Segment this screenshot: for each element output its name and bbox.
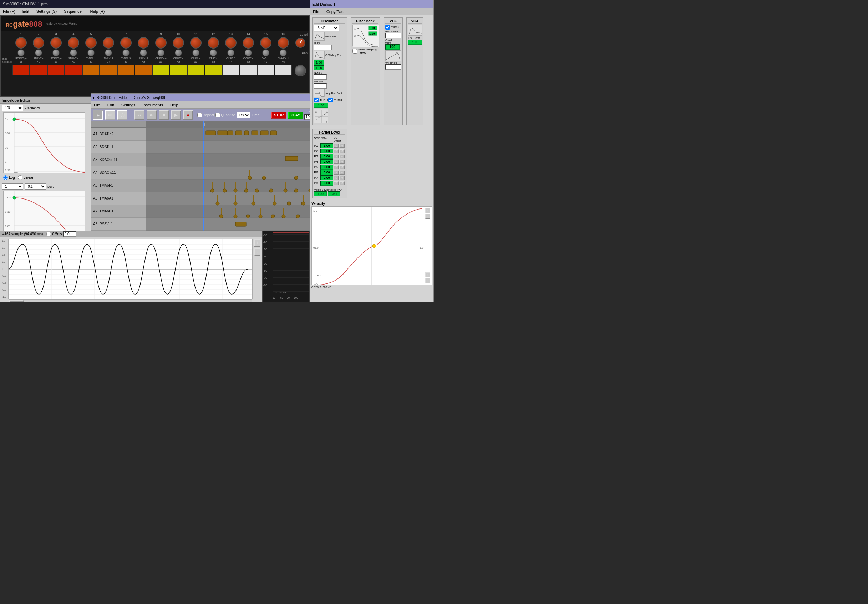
vel-scroll-up[interactable]: < — [425, 208, 430, 213]
pad-2[interactable] — [30, 65, 47, 75]
thru1-checkbox[interactable] — [314, 98, 319, 102]
partial-m-btn-7[interactable]: M — [339, 176, 345, 180]
knob-top-4[interactable] — [68, 37, 79, 48]
partial-s-btn-2[interactable]: S — [334, 149, 339, 153]
pad-7[interactable] — [117, 65, 135, 75]
partial-s-btn-8[interactable]: S — [334, 181, 339, 185]
detune-input[interactable]: 0 — [314, 83, 327, 89]
level-dropdown2[interactable]: 0.1 — [25, 183, 46, 189]
edit-menu-file[interactable]: File — [312, 9, 321, 14]
knob-top-12[interactable] — [208, 37, 219, 48]
partial-s-btn-3[interactable]: S — [334, 155, 339, 158]
master-knob[interactable] — [294, 65, 306, 76]
pad-4[interactable] — [65, 65, 82, 75]
drum-menu-edit[interactable]: Edit — [106, 103, 116, 107]
menu-help[interactable]: Help (H) — [88, 9, 106, 14]
time-radio[interactable] — [46, 232, 51, 236]
drum-menu-settings[interactable]: Settings — [120, 103, 137, 107]
thru1-label[interactable]: THRU — [314, 98, 327, 102]
partial-m-btn-6[interactable]: M — [339, 171, 345, 175]
knob-top-16[interactable] — [277, 37, 289, 48]
pad-5[interactable] — [82, 65, 99, 75]
freq-log-radio[interactable]: Log — [3, 175, 15, 180]
pad-16[interactable] — [275, 65, 292, 75]
time-radio-label[interactable]: 0.5ms — [46, 231, 76, 237]
freq-linear-radio[interactable]: Linear — [18, 175, 34, 180]
transport-play[interactable]: ▶ — [171, 110, 181, 120]
thru2-label[interactable]: THRU — [328, 98, 342, 102]
transport-end[interactable]: ⏭ — [147, 110, 157, 120]
drum-menu-instruments[interactable]: Instruments — [141, 103, 164, 107]
wave-scrollbar[interactable] — [9, 299, 252, 302]
menu-edit[interactable]: Edit — [21, 9, 31, 14]
wave-shaper-thru-label[interactable]: Wave Shaping THRU — [352, 48, 378, 54]
knob-bottom-15[interactable] — [262, 49, 269, 56]
knob-top-10[interactable] — [173, 37, 184, 48]
knob-bottom-9[interactable] — [157, 49, 164, 56]
pad-8[interactable] — [135, 65, 152, 75]
partial-m-btn-3[interactable]: M — [339, 155, 345, 158]
wave-scroll-thumb[interactable] — [9, 300, 23, 302]
vcf-thru-label[interactable]: THRU — [385, 25, 401, 30]
knob-bottom-11[interactable] — [192, 49, 200, 56]
knob-bottom-4[interactable] — [70, 49, 77, 56]
vel-scroll-down[interactable]: > — [425, 214, 430, 219]
knob-bottom-8[interactable] — [140, 49, 147, 56]
knob-bottom-16[interactable] — [280, 49, 287, 56]
knob-top-15[interactable] — [260, 37, 271, 48]
partial-s-btn-5[interactable]: S — [334, 165, 339, 169]
knob-top-7[interactable] — [120, 37, 132, 48]
quantize-select[interactable]: 1/8 — [237, 112, 250, 118]
pad-14[interactable] — [240, 65, 257, 75]
zoom-out-button[interactable]: - — [254, 248, 260, 256]
tool-hex[interactable]: ⬡ — [117, 110, 127, 120]
quantize-checkbox[interactable] — [215, 113, 220, 118]
freq-dropdown[interactable]: 10k — [2, 105, 23, 111]
menu-settings[interactable]: Settings (S) — [35, 9, 58, 14]
drum-menu-help[interactable]: Help — [169, 103, 180, 107]
knob-top-13[interactable] — [225, 37, 237, 48]
partial-m-btn-2[interactable]: M — [339, 149, 345, 153]
knob-bottom-6[interactable] — [105, 49, 112, 56]
knob-bottom-7[interactable] — [122, 49, 130, 56]
drum-menu-file[interactable]: File — [92, 103, 102, 107]
tool-select[interactable]: ▸ — [93, 110, 103, 120]
time-value-input[interactable] — [63, 231, 76, 237]
pad-15[interactable] — [257, 65, 274, 75]
resonance-input[interactable]: 0.7 — [385, 33, 401, 38]
knob-bottom-5[interactable] — [87, 49, 95, 56]
play-button[interactable]: PLAY — [288, 112, 303, 118]
vel-scroll-left[interactable]: < — [425, 272, 430, 277]
vel-scroll-right[interactable]: > — [425, 278, 430, 283]
oscillator-type-select[interactable]: SINE — [314, 25, 339, 31]
partial-m-btn-1[interactable]: M — [339, 144, 345, 148]
stop-button[interactable]: STOP — [271, 112, 287, 118]
knob-bottom-10[interactable] — [175, 49, 182, 56]
wave-shaper-thru-checkbox[interactable] — [352, 49, 357, 54]
knob-bottom-2[interactable] — [35, 49, 42, 56]
knob-top-3[interactable] — [50, 37, 62, 48]
vcf-thru-checkbox[interactable] — [385, 25, 390, 30]
pad-3[interactable] — [48, 65, 65, 75]
knob-top-1[interactable] — [16, 37, 27, 48]
knob-top-9[interactable] — [155, 37, 167, 48]
knob-top-5[interactable] — [85, 37, 97, 48]
level-dropdown1[interactable]: 1 — [2, 183, 23, 189]
menu-sequencer[interactable]: Sequencer — [62, 9, 84, 14]
pad-6[interactable] — [100, 65, 117, 75]
partial-s-btn-7[interactable]: S — [334, 176, 339, 180]
transport-stop[interactable]: ■ — [159, 110, 169, 120]
thru2-checkbox[interactable] — [328, 98, 333, 102]
pad-10[interactable] — [170, 65, 187, 75]
partial-m-btn-8[interactable]: M — [339, 181, 345, 185]
zoom-in-button[interactable]: + — [254, 239, 260, 247]
transport-start[interactable]: ⏮ — [135, 110, 144, 120]
knob-bottom-3[interactable] — [53, 49, 60, 56]
menu-file[interactable]: File (F) — [2, 9, 17, 14]
knob-top-14[interactable] — [243, 37, 254, 48]
partial-m-btn-4[interactable]: M — [339, 160, 345, 164]
partial-s-btn-4[interactable]: S — [334, 160, 339, 164]
repeat-checkbox-label[interactable]: Repeat — [197, 113, 214, 118]
knob-bottom-13[interactable] — [227, 49, 234, 56]
knob-top-2[interactable] — [33, 37, 44, 48]
